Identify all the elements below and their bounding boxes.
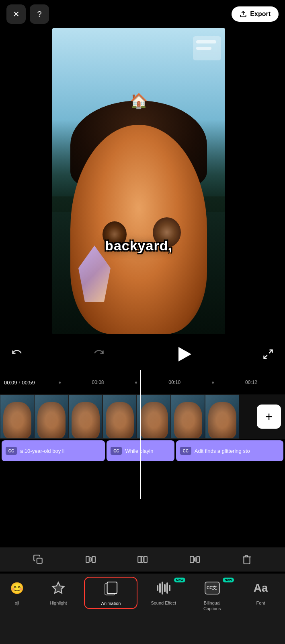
caption-text-2: While playin	[125, 448, 153, 454]
time-marker-2: 00:10	[168, 380, 180, 385]
cc-icon-3: CC	[180, 447, 191, 455]
nav-item-sound-effect[interactable]: New Sound Effect	[139, 579, 188, 606]
svg-rect-8	[141, 556, 143, 562]
filmstrip-container: +	[0, 394, 285, 439]
nav-label-animation: Animation	[101, 601, 121, 606]
nav-label-bilingual: Bilingual Captions	[203, 600, 221, 612]
house-emoji: 🏠	[130, 93, 148, 109]
redo-button[interactable]	[90, 345, 108, 363]
close-button[interactable]: ✕	[6, 4, 26, 24]
play-icon	[178, 347, 191, 361]
svg-rect-9	[144, 556, 148, 562]
blur-overlay	[193, 36, 221, 60]
svg-rect-10	[190, 556, 194, 562]
bottom-nav: ⌄ 😊 oji Highlight Animation New	[0, 574, 285, 644]
nav-label-emoji: oji	[15, 600, 19, 606]
svg-line-1	[269, 350, 272, 353]
time-separator: /	[19, 380, 21, 386]
time-dot	[59, 382, 61, 384]
nav-label-sound-effect: Sound Effect	[151, 600, 176, 606]
delete-button[interactable]	[238, 551, 256, 568]
video-bg: 🏠 backyard,	[52, 28, 225, 334]
bilingual-badge: New	[223, 578, 234, 582]
caption-tracks: CC a 10-year-old boy li CC While playin …	[0, 439, 285, 463]
filmstrip	[0, 394, 257, 439]
svg-rect-12	[197, 556, 200, 562]
subtitle-text: backyard,	[105, 238, 172, 254]
font-icon: Aa	[252, 579, 270, 597]
highlight-icon	[49, 579, 67, 597]
delete-icon	[242, 554, 252, 565]
duplicate-icon	[33, 554, 43, 565]
svg-text:CC: CC	[207, 586, 213, 590]
svg-text:文: 文	[212, 585, 217, 590]
help-button[interactable]: ?	[30, 4, 49, 24]
top-bar: ✕ ? Export	[0, 0, 285, 28]
nav-label-highlight: Highlight	[50, 600, 67, 606]
char-face	[70, 125, 207, 334]
film-frame-2	[34, 394, 68, 439]
current-time: 00:09	[4, 380, 17, 386]
caption-text-1: a 10-year-old boy li	[20, 448, 65, 454]
trim-start-button[interactable]	[82, 551, 99, 568]
time-marker-1: 00:08	[92, 380, 104, 385]
trim-mid-button[interactable]	[133, 551, 151, 568]
svg-rect-7	[138, 556, 141, 562]
sound-effect-badge: New	[174, 578, 186, 582]
duplicate-button[interactable]	[29, 551, 47, 568]
top-left-buttons: ✕ ?	[6, 4, 49, 24]
caption-text-3: Adit finds a glittering sto	[195, 448, 250, 454]
export-icon	[240, 10, 247, 18]
character-area	[62, 101, 215, 334]
trim-mid-icon	[137, 554, 148, 565]
video-preview: 🏠 backyard,	[52, 28, 225, 334]
svg-rect-6	[92, 556, 95, 562]
empty-track	[0, 465, 285, 545]
svg-line-2	[264, 355, 267, 358]
emoji-icon: 😊	[8, 579, 26, 597]
total-time: 00:59	[22, 380, 35, 386]
film-frame-5	[137, 394, 171, 439]
playhead	[140, 370, 141, 499]
redo-icon	[93, 349, 105, 360]
undo-icon	[11, 349, 23, 360]
svg-marker-13	[53, 582, 64, 593]
add-media-button[interactable]: +	[257, 405, 281, 429]
nav-item-highlight[interactable]: Highlight	[34, 579, 83, 606]
bottom-toolbar	[0, 547, 285, 572]
fullscreen-button[interactable]	[259, 345, 277, 363]
time-marker-3: 00:12	[245, 380, 257, 385]
svg-rect-15	[107, 582, 117, 593]
undo-button[interactable]	[8, 345, 26, 363]
bilingual-captions-icon: CC 文	[203, 579, 221, 597]
play-button[interactable]	[172, 343, 195, 365]
sound-effect-icon	[155, 579, 172, 597]
trim-start-icon	[85, 554, 96, 565]
time-track: 00:08 00:10 00:12	[35, 380, 281, 385]
film-frame-1	[0, 394, 34, 439]
svg-rect-4	[86, 556, 89, 562]
trim-end-button[interactable]	[186, 551, 203, 568]
time-dot-3	[212, 382, 214, 384]
film-frame-7	[205, 394, 239, 439]
nav-item-font[interactable]: Aa Font	[236, 579, 285, 606]
animation-icon	[102, 580, 120, 598]
nav-item-animation[interactable]: Animation	[84, 577, 137, 609]
timeline-area: 00:09 / 00:59 00:08 00:10 00:12	[0, 370, 285, 394]
nav-label-font: Font	[256, 600, 265, 606]
caption-item-3[interactable]: CC Adit finds a glittering sto	[176, 440, 283, 461]
nav-item-emoji[interactable]: 😊 oji	[0, 579, 34, 606]
controls-bar	[0, 338, 285, 370]
cc-icon-2: CC	[111, 447, 122, 455]
export-button[interactable]: Export	[232, 6, 279, 22]
film-frame-3	[68, 394, 103, 439]
svg-rect-11	[195, 558, 196, 561]
film-frame-4	[103, 394, 137, 439]
nav-item-bilingual[interactable]: New CC 文 Bilingual Captions	[188, 579, 236, 612]
caption-item-1[interactable]: CC a 10-year-old boy li	[2, 440, 105, 461]
svg-rect-3	[37, 558, 42, 564]
svg-rect-5	[90, 558, 91, 561]
trim-end-icon	[189, 554, 200, 565]
fullscreen-icon	[262, 349, 274, 360]
film-frame-6	[171, 394, 205, 439]
